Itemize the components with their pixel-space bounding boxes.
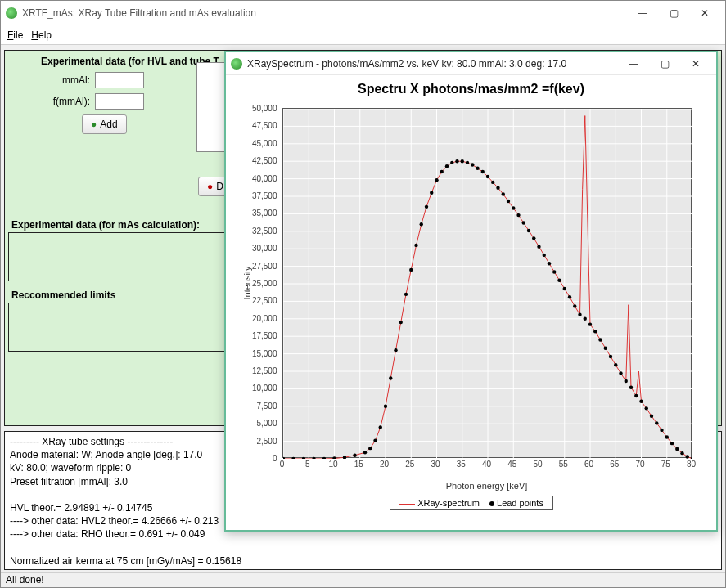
svg-point-62 bbox=[444, 164, 448, 168]
chart-yticks: 02,5005,0007,50010,00012,50015,00017,500… bbox=[238, 108, 281, 458]
svg-point-42 bbox=[322, 457, 325, 459]
chart-xlabel: Photon energy [keV] bbox=[282, 481, 692, 491]
legend-line-label: XRay-spectrum bbox=[417, 498, 480, 508]
svg-point-90 bbox=[588, 322, 591, 325]
svg-point-38 bbox=[283, 457, 285, 459]
svg-point-74 bbox=[506, 200, 509, 203]
chart-title: Spectru X photons/mas/mm2 =f(kev) bbox=[229, 82, 713, 97]
statusbar: All done! bbox=[1, 572, 725, 587]
svg-point-66 bbox=[465, 161, 468, 164]
svg-point-50 bbox=[383, 405, 386, 408]
chart-wrap: Spectru X photons/mas/mm2 =f(kev) Intens… bbox=[226, 75, 716, 514]
svg-point-96 bbox=[619, 371, 622, 375]
spec-close-button[interactable]: ✕ bbox=[680, 54, 711, 74]
svg-point-56 bbox=[414, 244, 417, 247]
legend-line-swatch bbox=[399, 504, 415, 505]
menu-file[interactable]: File bbox=[7, 29, 23, 41]
maximize-button[interactable]: ▢ bbox=[658, 3, 689, 23]
svg-point-54 bbox=[404, 293, 407, 296]
svg-point-45 bbox=[353, 454, 356, 457]
svg-point-105 bbox=[665, 435, 668, 438]
svg-point-73 bbox=[501, 192, 504, 195]
svg-point-104 bbox=[660, 429, 663, 432]
close-button[interactable]: ✕ bbox=[689, 3, 720, 23]
svg-point-44 bbox=[342, 456, 345, 459]
add-button[interactable]: ●Add bbox=[82, 114, 127, 134]
svg-point-67 bbox=[471, 163, 474, 166]
fmmAl-label: f(mmAl): bbox=[41, 96, 90, 107]
svg-point-60 bbox=[435, 178, 438, 182]
svg-point-91 bbox=[593, 330, 597, 333]
spec-maximize-button[interactable]: ▢ bbox=[649, 54, 680, 74]
svg-point-85 bbox=[562, 287, 566, 290]
svg-point-97 bbox=[624, 379, 627, 383]
fmmAl-input[interactable] bbox=[95, 93, 144, 110]
svg-point-99 bbox=[634, 394, 638, 397]
svg-point-93 bbox=[603, 347, 607, 350]
svg-point-71 bbox=[491, 181, 494, 184]
svg-point-46 bbox=[363, 451, 366, 454]
svg-point-106 bbox=[670, 442, 673, 445]
chart-xticks: 05101520253035404550556065707580 bbox=[282, 460, 692, 473]
svg-point-41 bbox=[312, 457, 315, 459]
chart-svg bbox=[283, 109, 692, 459]
legend-dot-swatch bbox=[489, 501, 494, 506]
legend-pts-label: Lead points bbox=[497, 498, 543, 508]
svg-point-61 bbox=[440, 170, 443, 173]
spec-minimize-button[interactable]: — bbox=[618, 54, 649, 74]
svg-point-39 bbox=[291, 457, 295, 459]
svg-point-109 bbox=[685, 455, 688, 458]
minimize-button[interactable]: — bbox=[627, 3, 658, 23]
svg-point-100 bbox=[639, 400, 643, 403]
chart-legend: XRay-spectrum Lead points bbox=[390, 496, 553, 510]
svg-point-58 bbox=[424, 205, 427, 209]
svg-point-82 bbox=[547, 262, 550, 265]
svg-point-51 bbox=[389, 376, 392, 379]
menu-help[interactable]: Help bbox=[31, 29, 52, 41]
svg-point-53 bbox=[399, 321, 402, 324]
spectrum-titlebar[interactable]: XRaySpectrum - photons/mAs/mm2 vs. keV k… bbox=[226, 52, 716, 75]
svg-point-86 bbox=[567, 295, 570, 298]
svg-point-78 bbox=[526, 229, 530, 232]
spectrum-window[interactable]: XRaySpectrum - photons/mAs/mm2 vs. keV k… bbox=[224, 51, 718, 532]
svg-point-98 bbox=[629, 385, 632, 388]
spectrum-title: XRaySpectrum - photons/mAs/mm2 vs. keV k… bbox=[247, 58, 618, 70]
main-titlebar[interactable]: XRTF_mAs: XRay Tube Filtration and mAs e… bbox=[1, 1, 725, 25]
svg-point-57 bbox=[419, 222, 422, 226]
svg-point-95 bbox=[614, 363, 617, 366]
svg-point-72 bbox=[496, 186, 499, 190]
svg-point-70 bbox=[485, 175, 489, 178]
svg-point-47 bbox=[368, 447, 372, 450]
svg-point-80 bbox=[537, 245, 540, 248]
svg-point-102 bbox=[649, 415, 652, 418]
chart-plotarea bbox=[282, 108, 692, 458]
mmAl-input[interactable] bbox=[95, 72, 144, 88]
svg-point-101 bbox=[644, 406, 647, 410]
svg-point-77 bbox=[521, 221, 525, 224]
svg-point-87 bbox=[573, 304, 576, 307]
svg-point-89 bbox=[583, 317, 586, 321]
svg-point-79 bbox=[532, 236, 535, 240]
svg-point-88 bbox=[578, 312, 581, 316]
spectrum-app-icon bbox=[231, 58, 242, 70]
svg-point-103 bbox=[655, 421, 658, 424]
svg-point-107 bbox=[675, 447, 679, 451]
svg-point-108 bbox=[680, 451, 683, 455]
svg-point-81 bbox=[542, 254, 545, 257]
svg-point-110 bbox=[690, 457, 692, 459]
svg-point-92 bbox=[598, 338, 602, 341]
status-text: All done! bbox=[6, 574, 44, 586]
svg-point-83 bbox=[552, 270, 556, 273]
svg-point-49 bbox=[378, 425, 381, 429]
svg-point-84 bbox=[557, 279, 561, 282]
svg-point-52 bbox=[394, 348, 397, 352]
svg-point-65 bbox=[460, 159, 463, 163]
svg-point-40 bbox=[301, 457, 304, 459]
svg-point-75 bbox=[512, 206, 515, 209]
menubar: File Help bbox=[1, 25, 725, 45]
main-title: XRTF_mAs: XRay Tube Filtration and mAs e… bbox=[22, 7, 256, 19]
minus-icon: ● bbox=[207, 181, 213, 192]
svg-point-68 bbox=[476, 167, 479, 170]
svg-point-55 bbox=[409, 268, 413, 272]
svg-point-43 bbox=[332, 456, 336, 459]
